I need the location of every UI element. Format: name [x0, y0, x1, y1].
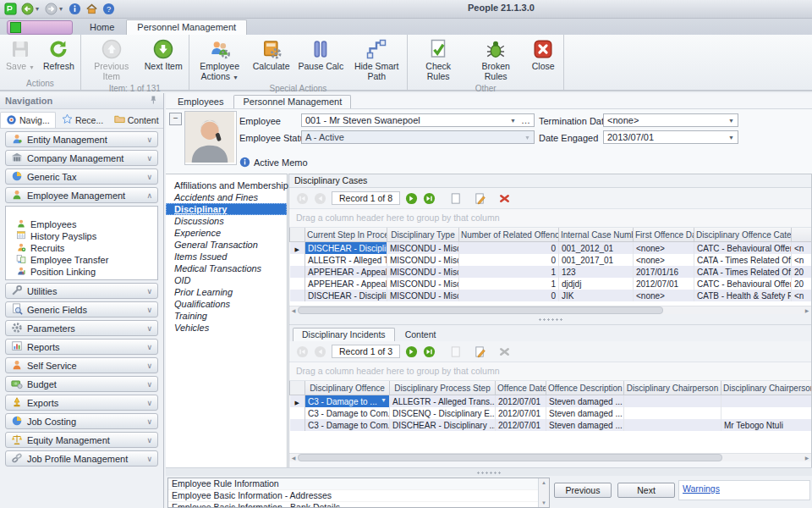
column-header[interactable]: Offence Description	[546, 381, 624, 395]
employee-actions-button[interactable]: Employee Actions ▼	[192, 36, 248, 83]
employee-combobox[interactable]: 001 - Mr Steven Swanepoel ▼ …	[301, 113, 535, 127]
pause-calc-button[interactable]: Pause Calc	[294, 36, 347, 73]
previous-record-icon[interactable]	[314, 345, 326, 358]
cases-horizontal-scrollbar[interactable]: ◀ ▶	[289, 306, 811, 314]
calculate-button[interactable]: Calculate	[250, 36, 294, 73]
section-item-accidents-and-fines[interactable]: Accidents and Fines	[166, 191, 287, 203]
back-dropdown-icon[interactable]: ▾	[36, 5, 39, 13]
nav-group-exports[interactable]: Exports∨	[5, 395, 158, 411]
first-record-icon[interactable]	[296, 192, 309, 205]
nav-group-generic-tax[interactable]: Generic Tax∨	[5, 168, 158, 185]
hide-smart-path-button[interactable]: Hide Smart Path	[348, 36, 404, 83]
column-header[interactable]: Disciplinary Chairperson Employee	[721, 381, 812, 395]
scroll-thumb[interactable]	[298, 306, 663, 314]
scroll-right-icon[interactable]: ▶	[803, 307, 811, 313]
incidents-tab-content[interactable]: Content	[397, 329, 445, 341]
section-item-discussions[interactable]: Discussions	[166, 215, 287, 227]
forward-icon[interactable]	[43, 2, 58, 17]
table-row[interactable]: APPEHEAR - Appeal H...MISCONDU - Misc...…	[290, 266, 812, 278]
list-vertical-scrollbar[interactable]: ▲▼	[538, 478, 549, 507]
edit-record-icon[interactable]	[474, 192, 486, 205]
nav-group-reports[interactable]: Reports∨	[5, 339, 158, 355]
section-item-general-transaction[interactable]: General Transaction	[166, 239, 287, 251]
nav-item-employees[interactable]: Employees	[6, 218, 157, 230]
section-item-oid[interactable]: OID	[166, 274, 287, 286]
application-button[interactable]	[7, 20, 73, 35]
section-item-experience[interactable]: Experience	[166, 227, 287, 239]
browse-ellipsis-button[interactable]: …	[521, 115, 530, 125]
new-record-icon[interactable]	[449, 345, 462, 358]
nav-tab-navig-[interactable]: Navig...	[0, 112, 56, 128]
column-header[interactable]: Disciplinary Chairperson	[624, 381, 721, 395]
rule-information-list[interactable]: Employee Rule InformationEmployee Basic …	[168, 478, 538, 507]
next-button[interactable]: Next	[617, 483, 675, 498]
column-header[interactable]: Disciplinary Offence	[305, 381, 390, 395]
nav-tab-content[interactable]: Content	[109, 112, 163, 128]
save-button[interactable]: Save ▼	[3, 36, 38, 73]
nav-group-self-service[interactable]: Self Service∨	[5, 357, 158, 373]
edit-record-icon[interactable]	[474, 345, 486, 358]
active-memo[interactable]: Active Memo	[239, 157, 308, 168]
termination-date-combobox[interactable]: <none> ▼	[603, 113, 738, 127]
info-icon[interactable]	[67, 2, 82, 17]
previous-record-icon[interactable]	[314, 192, 326, 205]
broken-rules-button[interactable]: Broken Rules	[468, 36, 524, 83]
new-record-icon[interactable]	[449, 192, 462, 205]
column-header[interactable]: Disciplinary Process Step	[390, 381, 496, 395]
date-engaged-combobox[interactable]: 2013/07/01 ▼	[603, 130, 738, 144]
column-header[interactable]: Disciplinary Type	[387, 228, 459, 242]
column-header[interactable]: Offence Date	[496, 381, 546, 395]
check-rules-button[interactable]: Check Rules	[410, 36, 466, 83]
employee-status-combobox[interactable]: A - Active ▼	[301, 130, 535, 144]
help-icon[interactable]: ?	[101, 2, 116, 17]
nav-tab-rece-[interactable]: Rece...	[56, 112, 110, 128]
warnings-link[interactable]: Warnings	[683, 483, 720, 494]
incidents-horizontal-scrollbar[interactable]: ◀ ▶	[289, 453, 811, 461]
first-record-icon[interactable]	[296, 345, 309, 358]
nav-group-equity-management[interactable]: Equity Management∨	[5, 432, 158, 448]
main-tab-personnel-management[interactable]: Personnel Management	[233, 95, 351, 108]
next-record-icon[interactable]	[405, 345, 418, 358]
section-item-vehicles[interactable]: Vehicles	[166, 322, 287, 334]
incidents-tab-disciplinary-incidents[interactable]: Disciplinary Incidents	[293, 328, 395, 341]
delete-record-icon[interactable]	[498, 192, 511, 205]
column-header[interactable]: Current Step In Process	[305, 228, 387, 242]
nav-group-job-costing[interactable]: Job Costing∨	[5, 413, 158, 429]
section-item-training[interactable]: Training	[166, 310, 287, 322]
section-item-affiliations-and-memberships[interactable]: Affiliations and Memberships	[166, 179, 287, 191]
pin-icon[interactable]	[148, 95, 158, 107]
table-row[interactable]: ▶DISCHEAR - Disciplina...MISCONDU - Misc…	[290, 242, 812, 255]
section-item-qualifications[interactable]: Qualifications	[166, 298, 287, 310]
scroll-left-icon[interactable]: ◀	[289, 307, 298, 313]
collapse-button[interactable]: –	[169, 113, 182, 125]
column-header[interactable]: Internal Case Number	[559, 228, 634, 242]
nav-item-employee-transfer[interactable]: Employee Transfer	[6, 254, 157, 266]
refresh-button[interactable]: Refresh	[40, 36, 78, 73]
nav-group-generic-fields[interactable]: Generic Fields∨	[5, 301, 158, 318]
chevron-down-icon[interactable]: ▼	[728, 118, 734, 124]
splitter-handle[interactable]	[289, 314, 811, 325]
ribbon-tab-personnel-management[interactable]: Personnel Management	[126, 19, 247, 35]
cases-grid[interactable]: Current Step In ProcessDisciplinary Type…	[289, 228, 811, 306]
next-item-button[interactable]: Next Item	[141, 36, 186, 73]
forward-dropdown-icon[interactable]: ▾	[59, 5, 63, 13]
section-item-items-issued[interactable]: Items Issued	[166, 251, 287, 262]
nav-group-parameters[interactable]: Parameters∨	[5, 320, 158, 336]
scroll-right-icon[interactable]: ▶	[803, 455, 811, 461]
table-row[interactable]: ALLEGTR - Alleged Tr...MISCONDU - Misc..…	[290, 254, 812, 266]
home-icon[interactable]	[84, 2, 99, 17]
column-header[interactable]: Number of Related Offences	[459, 228, 559, 242]
column-header[interactable]: First Offence Date	[634, 228, 694, 242]
table-row[interactable]: APPEHEAR - Appeal H...MISCONDU - Misc...…	[290, 278, 812, 290]
chevron-down-icon[interactable]: ▼	[510, 118, 516, 124]
nav-group-employee-management[interactable]: Employee Management∧	[5, 187, 158, 203]
incidents-grid[interactable]: Disciplinary OffenceDisciplinary Process…	[289, 381, 811, 453]
table-row[interactable]: DISCHEAR - Disciplina...MISCONDU - Misc.…	[290, 290, 812, 301]
nav-item-recruits[interactable]: Recruits	[6, 242, 157, 254]
chevron-down-icon[interactable]: ▼	[728, 135, 734, 141]
nav-group-entity-management[interactable]: Entity Management∨	[5, 131, 158, 147]
list-item[interactable]: Employee Rule Information	[168, 478, 538, 490]
table-row[interactable]: ▶C3 - Damage to ...▼ALLEGTR - Alleged Tr…	[290, 395, 812, 408]
back-icon[interactable]	[19, 2, 35, 17]
column-header[interactable]: Disciplinary Offence Category	[694, 228, 792, 242]
